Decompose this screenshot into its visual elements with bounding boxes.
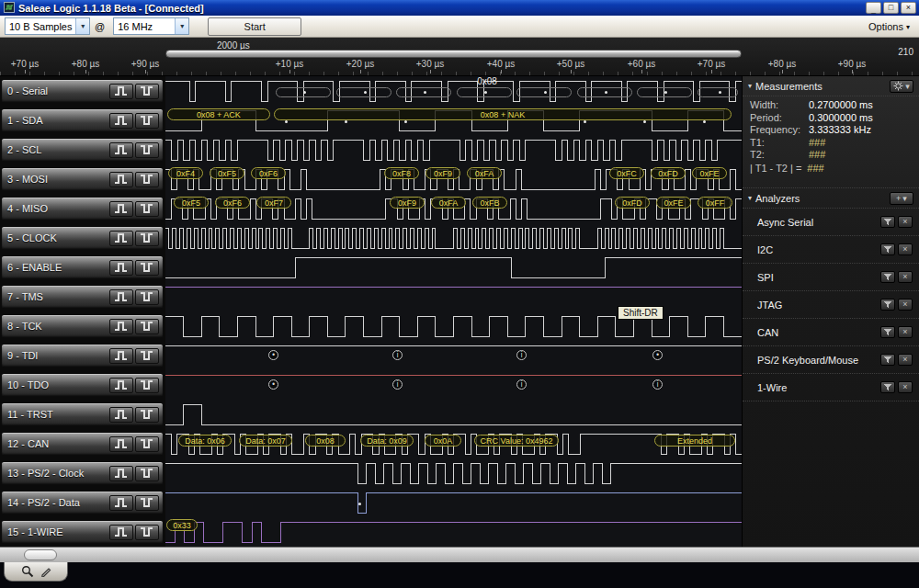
analyzer-remove-button[interactable]: × [898, 354, 913, 366]
analyzer-row[interactable]: I2C× [743, 236, 919, 264]
analyzer-settings-button[interactable] [880, 381, 895, 393]
trigger-falling-icon [139, 142, 155, 157]
trigger-falling-button[interactable] [135, 231, 159, 246]
trigger-falling-button[interactable] [135, 113, 159, 129]
analyzer-row[interactable]: CAN× [743, 319, 919, 346]
trigger-rising-button[interactable] [109, 113, 133, 129]
analyzer-row[interactable]: JTAG× [743, 291, 919, 319]
channel-button-7[interactable]: 7 - TMS [1, 285, 164, 309]
decode-dot [285, 120, 288, 123]
trigger-falling-button[interactable] [135, 260, 159, 276]
analyzer-remove-button[interactable]: × [898, 216, 913, 228]
channel-button-2[interactable]: 2 - SCL [1, 138, 164, 162]
ruler-overview-bar[interactable] [165, 50, 742, 58]
decode-bubble: Extended [654, 435, 735, 447]
analyzer-settings-button[interactable] [880, 354, 895, 366]
timeline-ruler[interactable]: 2000 µs 210 +70 µs+80 µs+90 µs+10 µs+20 … [0, 38, 919, 76]
options-button[interactable]: Options ▾ [868, 19, 910, 34]
channel-button-0[interactable]: 0 - Serial [1, 79, 164, 103]
channel-button-10[interactable]: 10 - TDO [1, 373, 164, 397]
analyzer-row[interactable]: 1-Wire× [743, 374, 919, 401]
waveform-2 [165, 135, 742, 164]
zoom-tool-tab[interactable] [4, 562, 68, 582]
sample-rate-select[interactable]: 16 MHz ▾ [113, 17, 189, 35]
channel-button-5[interactable]: 5 - CLOCK [1, 226, 164, 250]
analyzer-settings-button[interactable] [880, 326, 895, 338]
analyzer-row[interactable]: Async Serial× [743, 209, 919, 236]
analyzer-settings-button[interactable] [880, 216, 895, 228]
analyzer-remove-button[interactable]: × [898, 271, 913, 283]
trigger-rising-button[interactable] [109, 436, 133, 452]
trigger-falling-button[interactable] [135, 407, 159, 423]
analyzer-remove-button[interactable]: × [898, 381, 913, 393]
waveform-area[interactable]: 0x08 + ACK0x08 + NAK0xF40xF50xF60xF80xF9… [165, 76, 742, 547]
filter-icon [883, 245, 892, 254]
measurement-value: 3.333333 kHz [809, 124, 871, 137]
trigger-rising-button[interactable] [109, 260, 133, 276]
channel-label: 11 - TRST [7, 409, 109, 420]
trigger-falling-button[interactable] [135, 348, 159, 364]
trigger-rising-button[interactable] [109, 289, 133, 305]
trigger-rising-button[interactable] [109, 201, 133, 217]
measurements-header[interactable]: ▾ Measurements ▾ [743, 76, 919, 96]
analyzers-header[interactable]: ▾ Analyzers + ▾ [743, 188, 919, 209]
trigger-falling-button[interactable] [135, 142, 159, 158]
close-button[interactable]: × [901, 2, 916, 14]
trigger-rising-button[interactable] [109, 172, 133, 187]
horizontal-scrollbar[interactable] [0, 547, 919, 562]
trigger-falling-button[interactable] [135, 84, 159, 99]
trigger-falling-button[interactable] [135, 201, 159, 217]
trigger-rising-button[interactable] [109, 525, 133, 540]
channel-button-4[interactable]: 4 - MISO [1, 197, 164, 220]
trigger-falling-button[interactable] [135, 466, 159, 481]
channel-button-15[interactable]: 15 - 1-WIRE [1, 520, 164, 544]
channel-button-1[interactable]: 1 - SDA [1, 108, 164, 132]
channel-button-6[interactable]: 6 - ENABLE [1, 255, 164, 279]
trigger-rising-button[interactable] [109, 84, 133, 99]
channel-button-12[interactable]: 12 - CAN [1, 432, 164, 456]
channel-button-14[interactable]: 14 - PS/2 - Data [1, 491, 164, 514]
trigger-rising-button[interactable] [109, 378, 133, 393]
analyzer-settings-button[interactable] [880, 299, 895, 311]
sample-count-select[interactable]: 10 B Samples ▾ [5, 17, 90, 35]
analyzer-settings-button[interactable] [880, 243, 895, 255]
trigger-falling-button[interactable] [135, 378, 159, 393]
maximize-button[interactable]: □ [883, 2, 899, 14]
analyzer-remove-button[interactable]: × [898, 299, 913, 311]
trigger-rising-button[interactable] [109, 407, 133, 423]
analyzer-remove-button[interactable]: × [898, 243, 913, 255]
trigger-falling-button[interactable] [135, 525, 159, 540]
trigger-falling-button[interactable] [135, 172, 159, 187]
trigger-buttons [109, 84, 159, 99]
minimize-button[interactable]: _ [866, 2, 881, 14]
trigger-rising-button[interactable] [109, 495, 133, 511]
add-analyzer-button[interactable]: + ▾ [890, 192, 913, 205]
analyzer-remove-button[interactable]: × [898, 326, 913, 338]
analyzer-row[interactable]: SPI× [743, 264, 919, 291]
analyzer-name: Async Serial [757, 217, 878, 228]
trigger-rising-button[interactable] [109, 231, 133, 246]
channel-row: 1 - SDA [0, 106, 165, 135]
horizontal-scrollbar-thumb[interactable] [24, 549, 57, 560]
channel-button-9[interactable]: 9 - TDI [1, 344, 164, 368]
trigger-buttons [109, 495, 159, 511]
channel-button-3[interactable]: 3 - MOSI [1, 167, 164, 191]
trigger-falling-button[interactable] [135, 436, 159, 452]
channel-button-11[interactable]: 11 - TRST [1, 402, 164, 426]
trigger-rising-button[interactable] [109, 466, 133, 481]
channel-column: 0 - Serial1 - SDA2 - SCL3 - MOSI4 - MISO… [0, 76, 165, 547]
trigger-rising-button[interactable] [109, 319, 133, 334]
trigger-falling-button[interactable] [135, 495, 159, 511]
trigger-falling-button[interactable] [135, 289, 159, 305]
channel-button-13[interactable]: 13 - PS/2 - Clock [1, 461, 164, 485]
channel-button-8[interactable]: 8 - TCK [1, 314, 164, 338]
measurements-settings-button[interactable]: ▾ [890, 80, 913, 93]
trigger-rising-button[interactable] [109, 348, 133, 364]
start-button[interactable]: Start [208, 17, 301, 36]
trigger-rising-icon [113, 142, 130, 157]
analyzer-row[interactable]: PS/2 Keyboard/Mouse× [743, 346, 919, 374]
channel-label: 5 - CLOCK [7, 232, 109, 243]
trigger-rising-button[interactable] [109, 142, 133, 158]
analyzer-settings-button[interactable] [880, 271, 895, 283]
trigger-falling-button[interactable] [135, 319, 159, 334]
